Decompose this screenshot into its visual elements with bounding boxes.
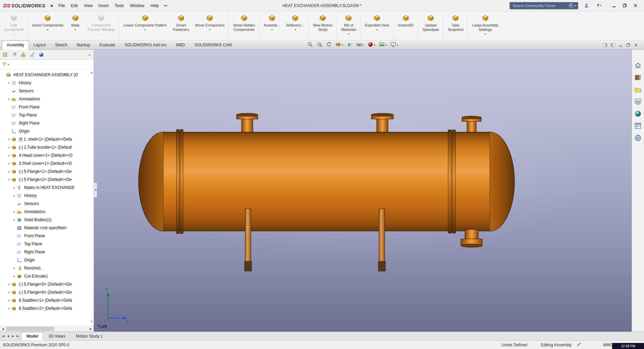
view-palette-button[interactable] (634, 97, 642, 106)
tab-markup[interactable]: Markup (72, 41, 95, 49)
expand-arrow-icon[interactable]: ▸ (7, 97, 11, 101)
expand-arrow-icon[interactable]: ▸ (7, 81, 11, 85)
tree-item-5-flange-1-default[interactable]: ▸(-) 5.Flange<1> (Default<<De (0, 167, 94, 176)
ribbon-take-snapshot-button[interactable]: TakeSnapshot (445, 11, 468, 40)
zoom-to-area-button[interactable] (317, 42, 322, 48)
expand-arrow-icon[interactable]: ▸ (12, 194, 17, 197)
tree-item-annotations[interactable]: ▸AAnnotations (0, 208, 94, 216)
expand-arrow-icon[interactable]: ▸ (12, 218, 17, 221)
tree-scroll-down-icon[interactable]: ▼ (90, 320, 93, 323)
menu-help[interactable]: Help (148, 0, 162, 11)
restore-doc-icon[interactable] (626, 42, 631, 48)
tree-scroll-up-icon[interactable]: ▲ (90, 71, 93, 74)
saddle-support-1[interactable] (245, 209, 252, 271)
tab-assembly[interactable]: Assembly (2, 41, 29, 50)
tree-item-origin[interactable]: Origin (0, 256, 94, 264)
expand-arrow-icon[interactable]: ▸ (7, 146, 11, 149)
scrollbar-thumb[interactable] (6, 327, 54, 331)
tree-item-annotations[interactable]: ▸AAnnotations (0, 95, 94, 103)
tree-item-5-flange-6-default[interactable]: ▸(-) 5.Flange<6> (Default<<De (0, 288, 94, 296)
ribbon-mate-button[interactable]: Mate▾ (66, 11, 85, 40)
menu-window[interactable]: Window (127, 0, 148, 11)
tab-evaluate[interactable]: Evaluate (95, 41, 120, 49)
tree-item-5-flange-5-default[interactable]: ▸(-) 5.Flange<5> (Default<<De (0, 280, 94, 288)
ribbon-reference-geometry-button[interactable]: Referenc...▾ (283, 11, 309, 40)
tree-item-4-head-cover-1-default[interactable]: ▸4.Head cover<1> (Default<<D (0, 151, 94, 159)
tree-item-solid-bodies-1[interactable]: ▸Solid Bodies(1) (0, 216, 94, 224)
search-icon[interactable]: ▾ (569, 3, 576, 8)
tree-item-6-saddles-2-default-def[interactable]: ▸6.Saddles<2> (Default<<Defa (0, 304, 94, 312)
custom-properties-button[interactable] (634, 121, 642, 130)
configurationmanager-tab[interactable] (20, 51, 26, 58)
tree-item-history[interactable]: ▸History (0, 192, 94, 200)
heat-exchanger-model[interactable] (139, 113, 515, 271)
ribbon-new-motion-study-button[interactable]: New MotionStudy (310, 11, 337, 40)
bottom-tab-3d-views[interactable]: 3D Views (43, 332, 70, 340)
tree-item-front-plane[interactable]: Front Plane (0, 232, 94, 240)
tab-mbd[interactable]: MBD (171, 41, 190, 49)
previous-view-button[interactable] (326, 42, 332, 48)
search-input[interactable] (511, 4, 569, 8)
tree-item-sensors[interactable]: Sensors (0, 87, 94, 95)
restore-window-icon[interactable] (619, 2, 630, 10)
design-library-button[interactable] (634, 73, 642, 82)
ribbon-move-component-button[interactable]: Move Component▾ (192, 11, 229, 40)
expand-arrow-icon[interactable]: ▸ (12, 275, 17, 278)
home-button[interactable] (634, 61, 642, 70)
expand-arrow-icon[interactable]: ▸ (7, 299, 11, 302)
close-window-icon[interactable] (630, 2, 641, 10)
vessel-shell[interactable] (163, 132, 490, 231)
ribbon-bill-of-materials-button[interactable]: Bill ofMaterials▾ (338, 11, 361, 40)
tree-item-sensors[interactable]: Sensors (0, 200, 94, 208)
expand-arrow-icon[interactable]: ▸ (7, 291, 11, 294)
expand-arrow-icon[interactable]: ▸ (12, 266, 17, 270)
expand-arrow-icon[interactable]: ▸ (7, 162, 11, 165)
apply-scene-button[interactable]: ▾ (379, 42, 387, 48)
tab-solidworks-add-ins[interactable]: SOLIDWORKS Add-Ins (120, 41, 171, 49)
saddle-support-2[interactable] (378, 209, 385, 271)
close-doc-icon[interactable] (633, 42, 639, 48)
tree-item-material-not-specified[interactable]: Material <not specified> (0, 224, 94, 232)
minimize-window-icon[interactable] (608, 2, 619, 10)
tab-layout[interactable]: Layout (29, 41, 50, 49)
scroll-left-icon[interactable]: ◀ (0, 328, 6, 331)
edit-appearance-button[interactable]: ▾ (368, 42, 375, 48)
menu-view[interactable]: View (81, 0, 96, 11)
nozzle-top-2[interactable] (371, 113, 393, 133)
tree-item-history[interactable]: ▸History (0, 79, 94, 87)
tree-item-heat-exchanger-assembly[interactable]: HEAT EXCHANGER ASSEMBLY (D (0, 71, 94, 79)
view-settings-button[interactable]: ▾ (390, 42, 398, 48)
tab-sketch[interactable]: Sketch (50, 41, 72, 49)
help-button[interactable]: ? ▾ (594, 2, 604, 10)
graphics-area[interactable]: Y Z ◀ *Left (94, 50, 632, 332)
dock-pane-icon[interactable] (610, 42, 615, 48)
section-view-button[interactable]: ▾ (335, 42, 343, 48)
expand-arrow-icon[interactable]: ▸ (7, 283, 11, 286)
tree-item-revolve1[interactable]: ▸Revolve1 (0, 264, 94, 272)
expand-arrow-icon[interactable]: ▾ (7, 178, 11, 181)
user-account-icon[interactable] (582, 2, 591, 10)
ribbon-show-hidden-components-button[interactable]: Show HiddenComponents (230, 11, 259, 40)
tree-tabs-overflow-icon[interactable]: » (87, 53, 92, 57)
ribbon-instant3d-button[interactable]: Instant3D (395, 11, 418, 40)
expand-arrow-icon[interactable]: ▸ (12, 186, 17, 189)
scroll-right-icon[interactable]: ▶ (88, 328, 94, 331)
panel-splitter-handle[interactable]: ◀ (94, 182, 97, 198)
zoom-to-fit-button[interactable] (307, 42, 313, 48)
nozzle-top-1[interactable] (236, 113, 258, 133)
appearances-scenes-button[interactable] (634, 109, 642, 118)
menu-edit[interactable]: Edit (68, 0, 81, 11)
tab-scroll-icon-1[interactable]: ◀ (6, 335, 10, 338)
tree-item-origin[interactable]: Origin (0, 127, 94, 135)
scrollbar-track[interactable] (6, 326, 88, 332)
solidworks-forum-button[interactable] (634, 134, 642, 142)
collapse-menu-icon[interactable]: ◀ (50, 4, 53, 7)
bottom-tab-model[interactable]: Model (21, 332, 44, 340)
nozzle-bottom[interactable] (461, 230, 482, 247)
tree-item-right-plane[interactable]: Right Plane (0, 248, 94, 256)
expand-arrow-icon[interactable]: ▸ (7, 170, 11, 173)
menu-file[interactable]: File (55, 0, 68, 11)
ribbon-assembly-features-button[interactable]: Assemb...▾ (261, 11, 283, 40)
ribbon-exploded-view-button[interactable]: Exploded View▾ (362, 11, 394, 40)
tree-item-cut-extrude1[interactable]: ▸Cut-Extrude1 (0, 272, 94, 280)
